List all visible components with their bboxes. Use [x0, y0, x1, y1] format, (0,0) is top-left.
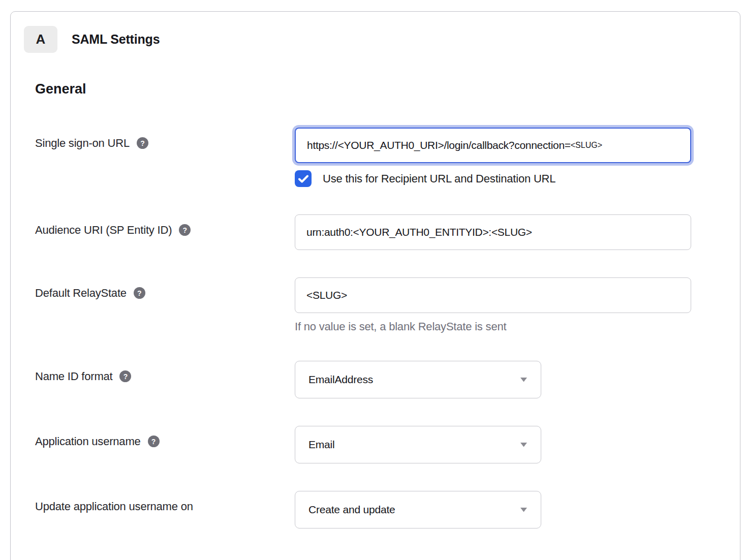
- label-col: Name ID format ?: [35, 361, 295, 398]
- control-col: https://<YOUR_AUTH0_URI>/login/callback?…: [295, 128, 740, 187]
- form-row-audience-uri: Audience URI (SP Entity ID) ?: [11, 214, 740, 250]
- caret-down-icon: [520, 507, 528, 512]
- recipient-url-checkbox-row: Use this for Recipient URL and Destinati…: [295, 170, 740, 187]
- control-col: If no value is set, a blank RelayState i…: [295, 277, 740, 333]
- page-title: SAML Settings: [72, 32, 160, 47]
- help-icon[interactable]: ?: [119, 370, 131, 382]
- caret-down-icon: [520, 442, 528, 447]
- form-row-name-id-format: Name ID format ? EmailAddress: [11, 361, 740, 398]
- help-icon[interactable]: ?: [179, 224, 191, 236]
- label-col: Single sign-on URL ?: [35, 128, 295, 187]
- control-col: [295, 214, 740, 250]
- control-col: Email: [295, 426, 740, 463]
- default-relaystate-input[interactable]: [295, 277, 691, 313]
- saml-settings-panel: A SAML Settings General Single sign-on U…: [10, 11, 740, 560]
- sso-url-label: Single sign-on URL: [35, 137, 130, 150]
- default-relaystate-helper-text: If no value is set, a blank RelayState i…: [295, 320, 740, 333]
- default-relaystate-label: Default RelayState: [35, 287, 127, 300]
- update-application-username-select[interactable]: Create and update: [295, 491, 541, 528]
- label-col: Application username ?: [35, 426, 295, 463]
- saml-settings-form: Single sign-on URL ? https://<YOUR_AUTH0…: [11, 128, 740, 528]
- control-col: EmailAddress: [295, 361, 740, 398]
- application-username-label: Application username: [35, 435, 141, 448]
- application-username-value: Email: [308, 439, 335, 451]
- recipient-url-checkbox-label: Use this for Recipient URL and Destinati…: [323, 172, 555, 185]
- sso-url-value-slug: <SLUG>: [571, 141, 602, 150]
- control-col: Create and update: [295, 491, 740, 528]
- sso-url-input[interactable]: https://<YOUR_AUTH0_URI>/login/callback?…: [295, 128, 691, 163]
- audience-uri-input[interactable]: [295, 214, 691, 250]
- sso-url-value: https://<YOUR_AUTH0_URI>/login/callback?…: [307, 139, 571, 151]
- application-username-select[interactable]: Email: [295, 426, 541, 463]
- help-icon[interactable]: ?: [137, 137, 148, 149]
- name-id-format-select[interactable]: EmailAddress: [295, 361, 541, 398]
- name-id-format-label: Name ID format: [35, 370, 112, 383]
- help-icon[interactable]: ?: [134, 287, 145, 299]
- label-col: Audience URI (SP Entity ID) ?: [35, 214, 295, 250]
- panel-header: A SAML Settings: [11, 26, 740, 53]
- update-application-username-value: Create and update: [308, 504, 395, 516]
- name-id-format-value: EmailAddress: [308, 374, 373, 386]
- section-title-general: General: [11, 81, 740, 97]
- label-col: Update application username on: [35, 491, 295, 528]
- form-row-application-username: Application username ? Email: [11, 426, 740, 463]
- checkmark-icon: [298, 175, 308, 183]
- recipient-url-checkbox[interactable]: [295, 170, 312, 187]
- caret-down-icon: [520, 377, 528, 382]
- form-row-default-relaystate: Default RelayState ? If no value is set,…: [11, 277, 740, 333]
- step-badge: A: [24, 26, 57, 53]
- label-col: Default RelayState ?: [35, 277, 295, 333]
- update-application-username-label: Update application username on: [35, 500, 193, 513]
- form-row-sso-url: Single sign-on URL ? https://<YOUR_AUTH0…: [11, 128, 740, 187]
- help-icon[interactable]: ?: [148, 435, 160, 447]
- audience-uri-label: Audience URI (SP Entity ID): [35, 224, 172, 237]
- form-row-update-application-username: Update application username on Create an…: [11, 491, 740, 528]
